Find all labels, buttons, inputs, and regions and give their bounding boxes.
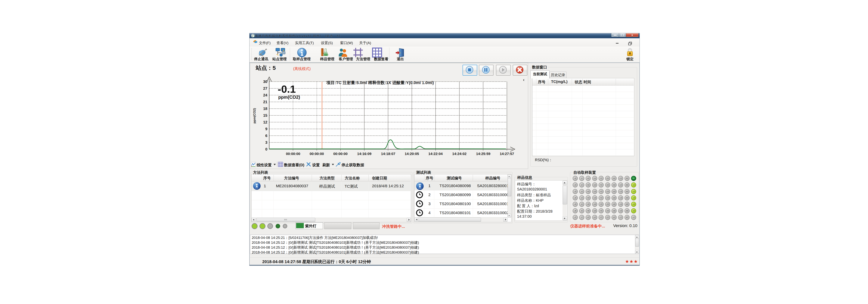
svg-text:14:16:09: 14:16:09 (357, 152, 371, 156)
svg-text:9: 9 (265, 127, 267, 131)
svg-text:项目:TC 注射量:5.0ml 稀释倍数:1X 进酸量:Y: 项目:TC 注射量:5.0ml 稀释倍数:1X 进酸量:Y(0.0ml 1.0m… (326, 80, 434, 85)
svg-text:15: 15 (263, 113, 267, 117)
svg-text:00:00:00: 00:00:00 (310, 152, 324, 156)
svg-text:14:24:02: 14:24:02 (452, 152, 466, 156)
svg-text:0: 0 (265, 147, 267, 151)
svg-text:14:20:05: 14:20:05 (405, 152, 419, 156)
svg-text:14:22:04: 14:22:04 (428, 152, 443, 156)
svg-text:-0.1: -0.1 (278, 83, 296, 95)
svg-text:14:18:07: 14:18:07 (381, 152, 395, 156)
svg-text:6: 6 (265, 134, 267, 138)
svg-text:00:00:00: 00:00:00 (286, 152, 300, 156)
svg-text:27: 27 (263, 86, 267, 91)
svg-text:24: 24 (263, 93, 268, 97)
svg-text:14:25:59: 14:25:59 (476, 152, 490, 156)
svg-text:30: 30 (263, 79, 267, 84)
svg-text:00:00:00: 00:00:00 (333, 152, 348, 156)
svg-text:ppm(CO2): ppm(CO2) (253, 108, 256, 124)
svg-text:14:27:57: 14:27:57 (500, 152, 514, 156)
svg-text:21: 21 (263, 100, 267, 104)
svg-text:3: 3 (265, 140, 267, 144)
svg-text:ppm(CO2): ppm(CO2) (278, 95, 300, 100)
svg-text:18: 18 (263, 107, 267, 111)
svg-text:12: 12 (263, 120, 267, 124)
